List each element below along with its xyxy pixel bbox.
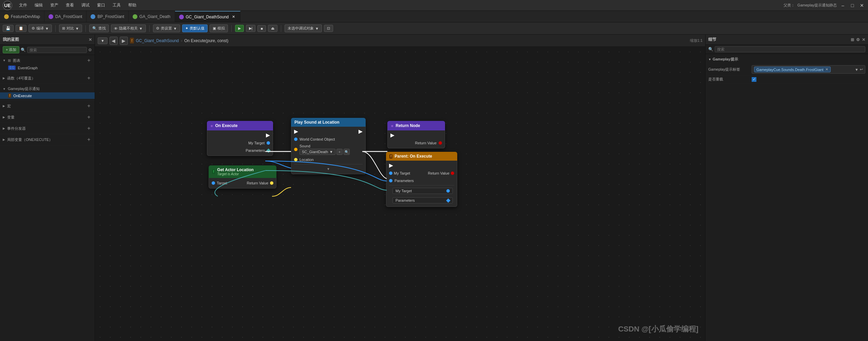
local-vars-add-button[interactable]: + (86, 137, 92, 143)
eject-button[interactable]: ⏏ (268, 25, 277, 32)
details-search-input[interactable] (715, 46, 865, 52)
tab-bp-frostgiant[interactable]: BP_FrostGiant (86, 11, 129, 22)
canvas-forward-button[interactable]: ▶ (120, 37, 128, 45)
stop-button[interactable]: ■ (257, 25, 266, 32)
is-overload-checkbox[interactable]: ✓ (752, 77, 756, 82)
tag-dropdown-icon[interactable]: ▼ (855, 68, 859, 72)
graphs-section-header[interactable]: ▼ ⊞ 图表 + (0, 56, 95, 65)
macros-add-button[interactable]: + (86, 103, 92, 109)
find-button[interactable]: 🔍 查找 (89, 24, 109, 32)
simulate-button[interactable]: ▣ 模拟 (210, 24, 228, 32)
settings-icon[interactable]: ⚙ (88, 48, 92, 52)
toolbar-sep-3 (149, 25, 150, 32)
menu-help[interactable]: 帮助 (127, 2, 138, 9)
left-panel-close-icon[interactable]: ✕ (89, 37, 92, 42)
tag-text: GameplayCue.Sounds.Death.FrostGiant (756, 68, 824, 72)
minimize-button[interactable]: – (840, 2, 846, 9)
tag-clear-icon[interactable]: ✕ (825, 67, 828, 72)
sound-search-button[interactable]: 🔍 (344, 149, 350, 155)
functions-section-header[interactable]: ▶ 函数（4可覆盖） + (0, 74, 95, 82)
sound-label: Sound (300, 144, 350, 148)
breadcrumb-root[interactable]: GC_Giant_DeathSound (136, 38, 179, 43)
hide-unrelated-button[interactable]: 👁 隐藏不相关 ▼ (111, 24, 146, 32)
defaults-label: 类默认值 (190, 26, 205, 31)
parent-mytarget-group: My Target (389, 171, 410, 175)
search-input[interactable] (27, 47, 87, 53)
menu-debug[interactable]: 调试 (80, 2, 91, 9)
debug-extra-button[interactable]: ⊡ (324, 25, 333, 32)
variables-section-label: 变量 (7, 115, 15, 120)
hide-dropdown-icon: ▼ (139, 26, 143, 31)
details-settings-icon[interactable]: ⚙ (856, 37, 860, 42)
tab-featuredevmap[interactable]: FeatureDevMap (0, 11, 44, 22)
sound-dropdown[interactable]: SC_GiantDeath ▼ (300, 149, 335, 155)
tab-label: DA_FrostGiant (55, 14, 82, 19)
canvas-nav-dropdown[interactable]: ▼ (98, 37, 108, 44)
gameplay-notify-header[interactable]: ▼ Gameplay提示通知 (0, 85, 95, 92)
tab-gc-giant-deathsound[interactable]: GC_Giant_DeathSound ✕ (175, 11, 241, 22)
target-label: Target (217, 181, 227, 185)
tab-da-frostgiant[interactable]: DA_FrostGiant (44, 11, 86, 22)
close-button[interactable]: ✕ (859, 2, 865, 9)
expand-button[interactable]: ▼ (326, 166, 331, 172)
tab-ga-giant-death[interactable]: GA_Giant_Death (129, 11, 175, 22)
settings-dropdown-icon: ▼ (173, 26, 177, 31)
save-all-button[interactable]: 📋 (16, 25, 26, 32)
world-context-label: World Context Object (300, 137, 335, 141)
event-dispatchers-add-button[interactable]: + (86, 125, 92, 131)
variables-add-button[interactable]: + (86, 114, 92, 120)
graphs-add-button[interactable]: + (86, 57, 92, 64)
details-table-icon[interactable]: ⊞ (851, 37, 854, 42)
sound-add-button[interactable]: + (336, 149, 343, 155)
titlebar-right: 父类： Gameplay提示通知静态 – □ ✕ (784, 2, 865, 9)
tag-back-icon[interactable]: ↩ (860, 67, 863, 72)
play-sound-node-body: World Context Object Sound SC_GiantDeath… (291, 127, 366, 174)
class-settings-button[interactable]: ⚙ 类设置 ▼ (153, 24, 180, 32)
parent-on-execute-node[interactable]: f Parent: On Execute My Target Return Va… (386, 152, 457, 207)
macros-section-header[interactable]: ▶ 宏 + (0, 102, 95, 110)
tab-label: GA_Giant_Death (139, 14, 170, 19)
menu-file[interactable]: 文件 (18, 2, 28, 9)
functions-add-button[interactable]: + (86, 75, 92, 81)
menu-view[interactable]: 查看 (64, 2, 75, 9)
step-button[interactable]: ▶| (246, 25, 256, 32)
location-label: Location (300, 158, 314, 162)
menu-tools[interactable]: 工具 (111, 2, 122, 9)
diff-icon: ⊞ (62, 26, 65, 31)
add-button[interactable]: + 添加 (3, 46, 19, 53)
on-execute-node[interactable]: ● On Execute My Target Parameters (207, 121, 273, 156)
maximize-button[interactable]: □ (849, 2, 856, 9)
breadcrumb-current: On Execute(pure, const) (184, 38, 228, 43)
return-node[interactable]: ● Return Node Return Value (387, 121, 445, 148)
class-defaults-button[interactable]: ✦ 类默认值 (182, 24, 208, 32)
compile-button[interactable]: ⚙ 编译 ▼ (28, 24, 52, 32)
local-vars-header[interactable]: ▶ 局部变量（ONEXECUTE） + (0, 136, 95, 144)
play-button[interactable]: ▶ (235, 25, 244, 32)
breadcrumb-separator: › (181, 38, 182, 43)
parent-out-params-group: Parameters (392, 197, 453, 203)
details-close-icon[interactable]: ✕ (862, 37, 865, 42)
parent-returnval-label: Return Value (428, 171, 449, 175)
play-sound-node[interactable]: Play Sound at Location World Context Obj… (291, 118, 366, 174)
diff-button[interactable]: ⊞ 对比 ▼ (59, 24, 82, 32)
event-dispatchers-header[interactable]: ▶ 事件分发器 + (0, 124, 95, 132)
right-panel: 细节 ⊞ ⚙ ✕ 🔍 ▼ Gameplay提示 Gameplay提示标签 Gam… (705, 35, 868, 341)
canvas-area[interactable]: ▼ ◀ ▶ f GC_Giant_DeathSound › On Execute… (95, 35, 705, 341)
sound-pin-row: Sound SC_GiantDeath ▼ + 🔍 (291, 143, 365, 156)
canvas-back-button[interactable]: ◀ (110, 37, 118, 45)
menu-asset[interactable]: 资产 (49, 2, 60, 9)
parent-out-mytarget-group: My Target (392, 188, 453, 194)
get-actor-location-node[interactable]: f Get Actor Location Target is Actor Tar… (209, 165, 276, 189)
on-execute-item[interactable]: f OnExecute (0, 92, 95, 99)
save-button[interactable]: 💾 (3, 25, 14, 32)
compile-icon: ⚙ (32, 26, 35, 31)
tag-badge[interactable]: GameplayCue.Sounds.Death.FrostGiant ✕ (754, 67, 831, 72)
menu-edit[interactable]: 编辑 (33, 2, 44, 9)
menu-window[interactable]: 窗口 (96, 2, 107, 9)
variables-section-header[interactable]: ▶ 变量 + (0, 113, 95, 121)
tab-dot (4, 14, 9, 19)
event-graph-item[interactable]: EG EventGraph (0, 65, 95, 71)
tab-close-icon[interactable]: ✕ (231, 14, 236, 20)
gameplay-cue-tag-value: GameplayCue.Sounds.Death.FrostGiant ✕ ▼ … (752, 65, 865, 74)
debug-target-selector[interactable]: 未选中调试对象 ▼ (285, 24, 322, 32)
